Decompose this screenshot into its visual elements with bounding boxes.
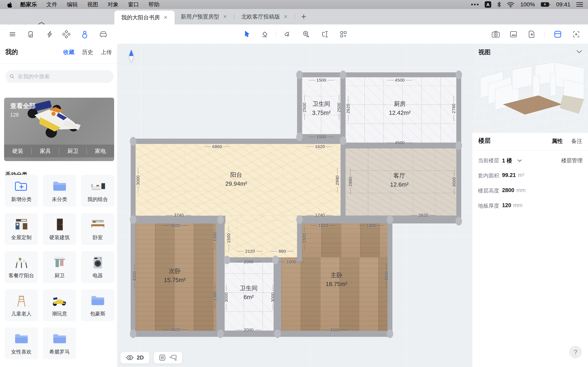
search-input[interactable] bbox=[17, 73, 109, 80]
sidebar-grid: 新增分类未分类我的组合全屋定制硬装建筑卧室客餐厅阳台厨卫电器儿童老人潮玩意包豪斯… bbox=[5, 175, 114, 359]
category-card[interactable]: 电器 bbox=[81, 251, 114, 283]
figures-tool-button-active[interactable] bbox=[80, 29, 90, 39]
search-box[interactable] bbox=[5, 70, 113, 83]
eye-icon bbox=[126, 355, 134, 360]
window-tab-bar: 我的大阳台书房✕新用户预置房型✕北欧客厅投稿版✕+ bbox=[0, 9, 588, 25]
category-label: 新增分类 bbox=[11, 196, 32, 203]
apple-icon[interactable] bbox=[7, 1, 12, 8]
right-panel: 视图 楼层 属性 备注 当前楼层 1 楼 楼层管理 套内面积 99.21m² 楼… bbox=[472, 44, 588, 367]
category-card[interactable]: 希腊罗马 bbox=[43, 327, 76, 359]
menu-bar: 酷家乐文件编辑视图对象窗口帮助 A 100% 09:41 bbox=[0, 0, 588, 9]
category-card[interactable]: 新增分类 bbox=[5, 175, 38, 207]
chevron-down-icon[interactable] bbox=[518, 159, 522, 162]
wall-tool-button[interactable] bbox=[26, 29, 36, 39]
category-card[interactable]: 潮玩意 bbox=[43, 289, 76, 321]
measure-tool-button[interactable] bbox=[301, 29, 311, 39]
menubar-items: 酷家乐文件编辑视图对象窗口帮助 bbox=[20, 1, 169, 8]
tab-close-icon[interactable]: ✕ bbox=[164, 15, 168, 20]
floor-height-value[interactable]: 2800mm bbox=[502, 187, 526, 193]
3d-preview[interactable] bbox=[472, 44, 588, 133]
control-center-icon[interactable] bbox=[576, 2, 583, 7]
category-card[interactable]: 客餐厅阳台 bbox=[5, 251, 38, 283]
gallery-button[interactable] bbox=[509, 29, 518, 39]
category-card[interactable]: 卧室 bbox=[81, 213, 114, 245]
menu-item[interactable]: 对象 bbox=[108, 1, 119, 8]
document-tab[interactable]: 新用户预置房型✕ bbox=[174, 9, 233, 25]
category-card[interactable]: 全屋定制 bbox=[5, 213, 38, 245]
tab-uploads[interactable]: 上传 bbox=[101, 49, 112, 56]
card-category[interactable]: 家电 bbox=[87, 147, 114, 155]
furniture-tool-button[interactable] bbox=[98, 29, 108, 39]
fill-square-icon[interactable] bbox=[159, 354, 166, 361]
select-tool-button-active[interactable] bbox=[242, 29, 252, 39]
more-icon[interactable] bbox=[471, 3, 479, 6]
category-card[interactable]: 未分类 bbox=[43, 175, 76, 207]
bluetooth-icon[interactable] bbox=[497, 1, 501, 8]
current-floor-value[interactable]: 1 楼 bbox=[502, 157, 512, 164]
category-card[interactable]: 女性喜欢 bbox=[5, 327, 38, 359]
materials-tool-button[interactable] bbox=[61, 29, 71, 39]
paint-tool-button[interactable] bbox=[283, 29, 293, 39]
battery-icon bbox=[541, 2, 550, 7]
menu-item[interactable]: 文件 bbox=[46, 1, 57, 8]
tab-notes[interactable]: 备注 bbox=[571, 137, 582, 145]
slab-thickness-value[interactable]: 120mm bbox=[502, 202, 522, 209]
menu-item[interactable]: 窗口 bbox=[128, 1, 139, 8]
menu-item[interactable]: 视图 bbox=[87, 1, 98, 8]
category-label: 客餐厅阳台 bbox=[9, 272, 34, 279]
panel-layout-button-active[interactable] bbox=[553, 29, 563, 39]
toolbar bbox=[0, 25, 588, 44]
view-mode-button[interactable]: 2D bbox=[121, 352, 149, 364]
category-card[interactable]: 我的组合 bbox=[81, 175, 114, 207]
chevron-down-icon[interactable] bbox=[577, 50, 582, 53]
sidebar: 我的 收藏 历史 上传 系统分类 查看全部 128 bbox=[0, 44, 117, 367]
eraser-tool-button[interactable] bbox=[260, 29, 270, 39]
document-tab[interactable]: 北欧客厅投稿版✕ bbox=[235, 9, 294, 25]
plan-canvas[interactable] bbox=[117, 44, 472, 367]
components-tool-button[interactable] bbox=[338, 29, 348, 39]
menu-item[interactable]: 帮助 bbox=[148, 1, 159, 8]
roam-camera-icon[interactable] bbox=[169, 354, 177, 361]
compass-icon[interactable] bbox=[128, 49, 134, 62]
category-label: 女性喜欢 bbox=[11, 349, 32, 355]
floor-panel-title: 楼层 bbox=[478, 137, 491, 145]
hardware-tool-button[interactable] bbox=[45, 29, 55, 39]
category-card[interactable]: 包豪斯 bbox=[81, 289, 114, 321]
card-categories: 硬装家具厨卫家电 bbox=[4, 145, 114, 157]
render-camera-button[interactable] bbox=[491, 29, 501, 39]
tab-history[interactable]: 历史 bbox=[82, 49, 93, 56]
card-category[interactable]: 硬装 bbox=[4, 147, 31, 155]
menu-item[interactable]: 编辑 bbox=[67, 1, 78, 8]
card-category[interactable]: 厨卫 bbox=[59, 147, 86, 155]
floor-manage-link[interactable]: 楼层管理 bbox=[561, 157, 582, 164]
dimension-tool-button[interactable] bbox=[320, 29, 330, 39]
category-card[interactable]: 儿童老人 bbox=[5, 289, 38, 321]
towel-icon bbox=[51, 256, 68, 270]
view-mode-label: 2D bbox=[137, 355, 144, 361]
combo-icon bbox=[89, 179, 107, 193]
main-menu-button[interactable] bbox=[8, 29, 17, 39]
tab-favorites[interactable]: 收藏 bbox=[63, 49, 74, 56]
new-tab-button[interactable]: + bbox=[301, 12, 306, 22]
input-method-icon[interactable]: A bbox=[485, 1, 491, 8]
wifi-icon[interactable] bbox=[507, 2, 515, 7]
export-file-button[interactable] bbox=[527, 29, 537, 39]
help-button[interactable]: ? bbox=[569, 346, 582, 359]
category-card[interactable]: 厨卫 bbox=[43, 251, 76, 283]
walkthrough-button[interactable] bbox=[154, 352, 182, 364]
slab-thickness-label: 地板厚度 bbox=[478, 202, 499, 209]
view-panel-title: 视图 bbox=[478, 48, 491, 57]
tab-close-icon[interactable]: ✕ bbox=[223, 14, 227, 20]
menu-item[interactable]: 酷家乐 bbox=[20, 1, 37, 8]
view-all-card[interactable]: 查看全部 128 硬装家具厨卫家电 bbox=[4, 98, 114, 161]
card-category[interactable]: 家具 bbox=[32, 147, 59, 155]
card-title: 查看全部 bbox=[10, 102, 35, 110]
tab-separator bbox=[295, 14, 295, 20]
toolbar-divider bbox=[544, 31, 545, 38]
document-tab[interactable]: 我的大阳台书房✕ bbox=[114, 11, 174, 25]
tab-close-icon[interactable]: ✕ bbox=[284, 14, 288, 20]
category-label: 卧室 bbox=[93, 234, 103, 241]
category-card[interactable]: 硬装建筑 bbox=[43, 213, 76, 245]
fit-view-button[interactable] bbox=[571, 29, 581, 39]
tab-properties[interactable]: 属性 bbox=[552, 137, 563, 145]
